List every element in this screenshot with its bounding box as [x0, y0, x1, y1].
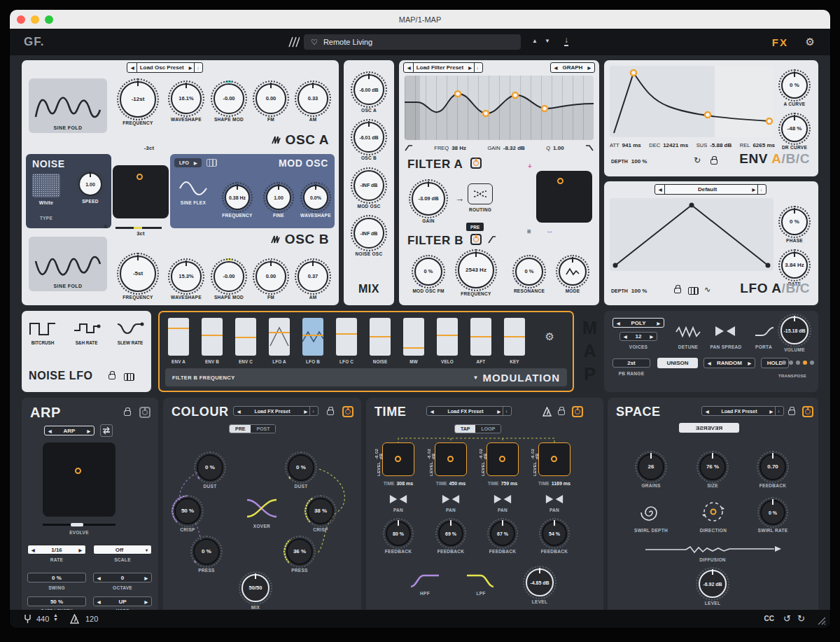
grains-knob[interactable]: 26 GRAINS	[629, 454, 673, 488]
transpose-dots[interactable]	[782, 361, 814, 365]
filter-frequency-knob[interactable]: 2543 Hz FREQUENCY	[454, 252, 498, 296]
time-lock-icon[interactable]	[558, 410, 565, 415]
lfo-phase-knob[interactable]: 0 % PHASE	[772, 209, 817, 243]
space-preset-selector[interactable]: ◀ Load FX Preset ▶ ↓	[701, 406, 784, 416]
mod-osc-mode-selector[interactable]: LFO ▶	[174, 158, 202, 167]
mod-osc-waveshape-knob[interactable]: 0.0% WAVESHAPE	[293, 185, 338, 218]
xy-cursor[interactable]	[136, 174, 143, 180]
arp-power-button[interactable]	[139, 407, 150, 418]
tap3-pan-icon[interactable]	[493, 493, 512, 505]
osc-a-frequency-knob[interactable]: -12st FREQUENCY	[115, 81, 160, 125]
tuning-fork-icon[interactable]	[24, 614, 31, 624]
lpf-icon[interactable]	[465, 573, 496, 588]
arp-randomize-icon[interactable]	[100, 424, 113, 437]
slew-rate-mode[interactable]: SLEW RATE	[116, 319, 144, 345]
mix-osc-a-knob[interactable]: -6.00 dB OSC A	[346, 74, 391, 113]
mod-source-aft[interactable]: AFT	[470, 318, 491, 364]
osc-b-waveshape-knob[interactable]: 15.3% WAVESHAPE	[164, 261, 209, 300]
resize-grip[interactable]	[816, 615, 826, 625]
space-feedback-knob[interactable]: 0.70 FEEDBACK	[750, 454, 795, 488]
colour-dust-left-knob[interactable]: 0 % DUST	[188, 454, 232, 489]
random-selector[interactable]: ◀ RANDOM ▶	[704, 358, 755, 368]
time-power-button[interactable]	[572, 406, 583, 417]
colour-power-button[interactable]	[342, 406, 354, 417]
pitch-slider[interactable]	[115, 227, 162, 229]
xy-cursor[interactable]	[557, 178, 564, 184]
tap2-pad[interactable]	[435, 442, 467, 476]
env-lock-icon[interactable]	[710, 159, 718, 165]
lfo-wave-icon[interactable]: ∿	[704, 285, 710, 294]
filter-response-graph[interactable]	[405, 76, 594, 140]
noise-type-thumbnail[interactable]	[32, 174, 60, 197]
mod-source-env-b[interactable]: ENV B	[202, 318, 223, 364]
routing-selector[interactable]	[468, 183, 493, 204]
filter-a-power-button[interactable]	[470, 158, 482, 169]
preset-next-icon[interactable]: ▼	[545, 38, 550, 44]
filter-view-selector[interactable]: ◀ GRAPH ▶	[550, 62, 595, 73]
mix-mod-osc-knob[interactable]: -INF dB MOD OSC	[346, 170, 391, 209]
swirl-depth-icon[interactable]	[640, 501, 662, 524]
filter-preset-selector[interactable]: ◀ Load Filter Preset ▶ ↓	[403, 62, 483, 73]
mod-source-lfo-a[interactable]: LFO A	[269, 318, 290, 364]
tap4-feedback-knob[interactable]: 54 % FEEDBACK	[532, 521, 577, 554]
lfo-graph[interactable]	[610, 198, 774, 271]
noise-lfo-lock-icon[interactable]	[108, 374, 115, 379]
arp-octave-stepper[interactable]: ◀ 0 ▶	[93, 573, 152, 582]
colour-crisp-left-knob[interactable]: 50 % CRISP	[165, 498, 210, 532]
undo-icon[interactable]: ↺	[783, 613, 791, 624]
size-knob[interactable]: 76 % SIZE	[690, 454, 735, 488]
osc-a-fm-knob[interactable]: 0.00 FM	[248, 83, 293, 122]
tap3-pad[interactable]	[486, 442, 519, 476]
save-preset-icon[interactable]: ↓	[564, 36, 568, 46]
time-level-knob[interactable]: -4.85 dB LEVEL	[517, 568, 562, 604]
space-lock-icon[interactable]	[788, 410, 795, 415]
pb-range-stepper[interactable]: 2st	[612, 358, 650, 368]
menu-icon[interactable]: ≡	[527, 228, 531, 235]
filter-slope-icon[interactable]	[487, 235, 497, 244]
sh-rate-mode[interactable]: S&H RATE	[73, 319, 101, 345]
pan-spread-icon[interactable]	[715, 325, 736, 337]
space-level-knob[interactable]: -6.92 dB LEVEL	[690, 570, 735, 606]
env-a-curve-knob[interactable]: 0 % A CURVE	[772, 72, 817, 106]
osc-preset-selector[interactable]: ◀ Load Osc Preset ▶ ↓	[127, 62, 203, 73]
detune-icon[interactable]	[676, 326, 701, 337]
env-dr-curve-knob[interactable]: -48 % DR CURVE	[772, 116, 817, 150]
filter-gain-knob[interactable]: -3.09 dB GAIN	[406, 182, 451, 223]
tap2-feedback-knob[interactable]: 69 % FEEDBACK	[428, 521, 473, 554]
colour-press-left-knob[interactable]: 0 % PRESS	[184, 538, 229, 573]
mod-osc-fm-knob[interactable]: 0 % MOD OSC FM	[406, 258, 451, 293]
voices-stepper[interactable]: ◀ 12 ▶	[620, 332, 657, 341]
tap-loop-toggle[interactable]: TAP LOOP	[454, 424, 501, 433]
mod-source-lfo-b[interactable]: LFO B	[302, 318, 323, 364]
heart-icon[interactable]: ♡	[311, 38, 318, 47]
sync-metronome-icon[interactable]	[542, 407, 552, 417]
colour-crisp-right-knob[interactable]: 38 % CRISP	[298, 498, 343, 532]
voice-mode-selector[interactable]: ◀ POLY ▶	[612, 318, 664, 328]
osc-xy-pad[interactable]	[113, 165, 169, 218]
voice-volume-knob[interactable]: -15.18 dB VOLUME	[772, 316, 817, 352]
space-power-button[interactable]	[802, 406, 813, 417]
filter-resonance-knob[interactable]: 0 % RESONANCE	[507, 258, 552, 293]
mod-source-mw[interactable]: MW	[403, 318, 424, 364]
arp-gate-field[interactable]: 50 %	[27, 596, 86, 606]
pre-post-toggle[interactable]: PRE	[466, 223, 484, 231]
arp-swing-field[interactable]: 0 %	[27, 573, 86, 582]
filter-xy-pad[interactable]	[536, 171, 592, 223]
xy-cursor[interactable]	[75, 468, 81, 474]
preset-browser[interactable]: ♡ Remote Living	[304, 34, 521, 50]
keytrack-icon[interactable]	[206, 159, 217, 167]
osc-a-waveshape-knob[interactable]: 16.1% WAVESHAPE	[164, 83, 209, 122]
filter-mode-knob[interactable]: MODE	[550, 258, 595, 293]
mix-osc-b-knob[interactable]: -6.01 dB OSC B	[346, 122, 391, 160]
mod-target-bar[interactable]: FILTER B FREQUENCY ▼ MODULATION	[165, 368, 567, 386]
slope-left-icon[interactable]	[405, 144, 413, 151]
osc-b-wave-display[interactable]: SINE FOLD	[29, 237, 107, 291]
hpf-icon[interactable]	[410, 573, 440, 588]
mod-source-env-c[interactable]: ENV C	[235, 318, 256, 364]
diffusion-slider[interactable]	[644, 545, 781, 554]
arp-lock-icon[interactable]	[124, 410, 131, 416]
osc-b-shape-mod-knob[interactable]: -0.00 SHAPE MOD	[206, 261, 251, 300]
slope-right-icon[interactable]	[585, 144, 594, 151]
preset-prev-icon[interactable]: ▲	[532, 38, 538, 44]
mod-osc-frequency-knob[interactable]: 0.38 Hz FREQUENCY	[215, 185, 260, 218]
